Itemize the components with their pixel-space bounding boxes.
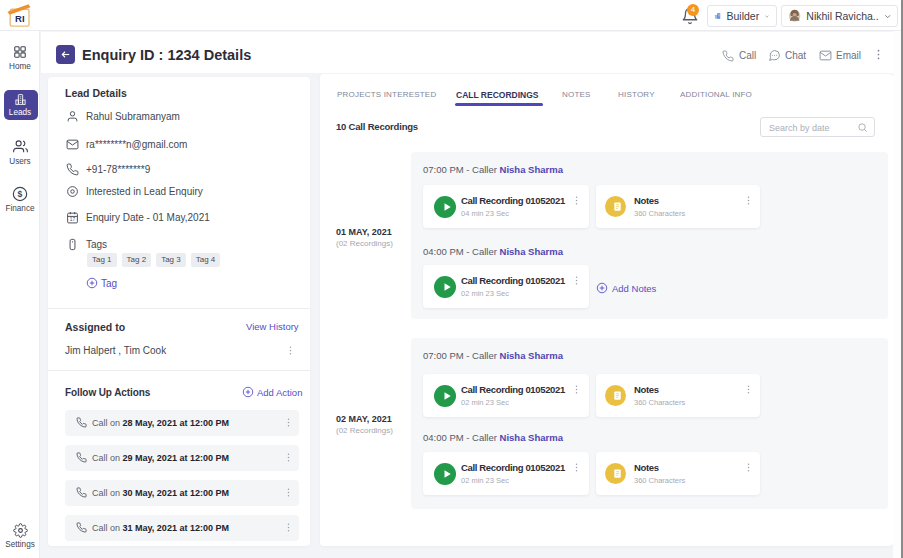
svg-text:RI: RI — [15, 13, 25, 24]
